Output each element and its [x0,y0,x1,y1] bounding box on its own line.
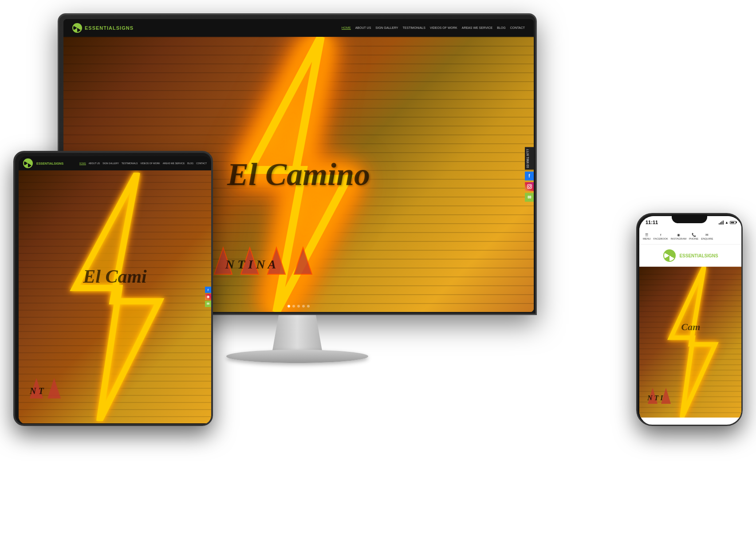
phone-icon: 📞 [692,233,696,237]
nav-link-home[interactable]: HOME [342,26,351,30]
dot-5[interactable] [307,305,310,308]
phone-nav-enquire[interactable]: ✉ ENQUIRE [701,233,713,240]
dot-1[interactable] [287,305,290,308]
phone-nav-instagram-label: INSTAGRAM [671,237,686,240]
phone-brand-name: ESSENTIALSIGNS [679,253,718,258]
phone-status-icons: ▲ [719,221,736,225]
phone-nav-enquire-label: ENQUIRE [701,237,713,240]
tablet-hero-subtext: N T [28,377,116,401]
phone-top-nav: ☰ MENU f FACEBOOK ◉ INSTAGRAM 📞 PHONE [639,229,742,244]
phone-screen: 11:11 ▲ [639,216,742,426]
nav-link-blog[interactable]: BLOG [497,26,505,30]
phone-bezel: 11:11 ▲ [636,213,743,426]
tablet-nav-areas[interactable]: AREAS WE SERVICE [163,162,185,165]
phone-notch [672,214,707,223]
nav-link-about[interactable]: ABOUT US [355,26,371,30]
monitor-stand-neck [266,315,328,351]
tablet-screen: ESSENTIALSIGNS HOME ABOUT US SIGN GALLER… [19,156,211,424]
monitor-stand-base [226,350,368,363]
tablet-email-icon[interactable]: ✉ [205,301,211,307]
tablet-hero: El Cami N T f ◉ ✉ [19,170,211,423]
phone-nav-menu[interactable]: ☰ MENU [643,233,651,240]
nav-link-areas[interactable]: AREAS WE SERVICE [462,26,493,30]
website-nav: ESSENTIALSIGNS HOME ABOUT US SIGN GALLER… [63,19,534,37]
phone-device: 11:11 ▲ [636,213,743,426]
phone-nav-facebook[interactable]: f FACEBOOK [654,233,668,240]
nav-link-videos[interactable]: VIDEOS OF WORK [430,26,457,30]
svg-marker-5 [294,248,312,274]
tablet-nav-videos[interactable]: VIDEOS OF WORK [140,162,160,165]
svg-rect-7 [527,185,531,189]
instagram-icon: ◉ [677,233,680,237]
svg-marker-12 [47,378,61,398]
tablet-logo-icon [23,158,33,168]
phone-logo-icon [663,249,676,262]
tablet-nav-testimonials[interactable]: TESTIMONIALS [122,162,138,165]
logo-icon [72,23,82,33]
sidebar-phone[interactable]: 03 9561 9777 [525,147,534,170]
sidebar-email-icon[interactable]: ✉ [525,193,534,201]
wifi-icon: ▲ [725,221,728,225]
nav-link-gallery[interactable]: SIGN GALLERY [375,26,398,30]
tablet-sidebar-icons: f ◉ ✉ [205,287,211,307]
dot-4[interactable] [302,305,305,308]
tablet-instagram-icon[interactable]: ◉ [205,294,211,300]
phone-hero-subtext: N T I [646,387,708,406]
phone-nav-facebook-label: FACEBOOK [654,237,668,240]
menu-icon: ☰ [645,233,648,237]
tablet-bezel: ESSENTIALSIGNS HOME ABOUT US SIGN GALLER… [13,151,213,426]
enquire-icon: ✉ [705,233,709,237]
nav-logo: ESSENTIALSIGNS [72,23,134,33]
svg-text:N  T: N T [29,386,44,396]
tablet-hero-text: El Cami [83,266,147,287]
tablet-facebook-icon[interactable]: f [205,287,211,293]
svg-point-8 [528,185,531,188]
svg-text:N  T  I  N  A: N T I N A [225,257,276,271]
hero-sub-text: N T I N A [210,245,387,276]
battery-icon [730,221,736,224]
phone-hero-main-text: Cam [681,321,701,333]
dot-2[interactable] [292,305,295,308]
phone-logo-section: ESSENTIALSIGNS [639,244,742,267]
nav-brand-name: ESSENTIALSIGNS [85,25,134,31]
tablet-brand: ESSENTIALSIGNS [36,162,63,165]
scene: ESSENTIALSIGNS HOME ABOUT US SIGN GALLER… [0,0,756,556]
tablet-nav-about[interactable]: ABOUT US [89,162,100,165]
phone-hero: Cam N T I [639,267,742,418]
sidebar-facebook-icon[interactable]: f [525,171,534,180]
tablet-device: ESSENTIALSIGNS HOME ABOUT US SIGN GALLER… [13,151,213,426]
hero-main-text: El Camino [227,156,370,193]
nav-link-contact[interactable]: CONTACT [510,26,525,30]
sidebar-social-icons: 03 9561 9777 f ✉ [525,147,534,202]
phone-nav-phone-label: PHONE [689,237,698,240]
tablet-nav: ESSENTIALSIGNS HOME ABOUT US SIGN GALLER… [19,156,211,170]
nav-link-testimonials[interactable]: TESTIMONIALS [403,26,425,30]
svg-text:N T I: N T I [647,394,663,402]
facebook-icon: f [660,233,661,237]
dot-3[interactable] [297,305,300,308]
signal-strength-icon [719,221,724,225]
nav-links: HOME ABOUT US SIGN GALLERY TESTIMONIALS … [342,26,525,30]
phone-nav-instagram[interactable]: ◉ INSTAGRAM [671,233,686,240]
phone-nav-phone[interactable]: 📞 PHONE [689,233,698,240]
tablet-nav-home[interactable]: HOME [79,162,86,165]
tablet-nav-gallery[interactable]: SIGN GALLERY [102,162,119,165]
svg-point-9 [530,185,531,185]
carousel-dots [287,305,310,308]
sidebar-instagram-icon[interactable] [525,182,534,191]
tablet-nav-blog[interactable]: BLOG [187,162,193,165]
tablet-nav-links: HOME ABOUT US SIGN GALLERY TESTIMONIALS … [79,162,207,165]
tablet-nav-contact[interactable]: CONTACT [196,162,207,165]
phone-nav-menu-label: MENU [643,237,651,240]
phone-time: 11:11 [646,220,658,225]
